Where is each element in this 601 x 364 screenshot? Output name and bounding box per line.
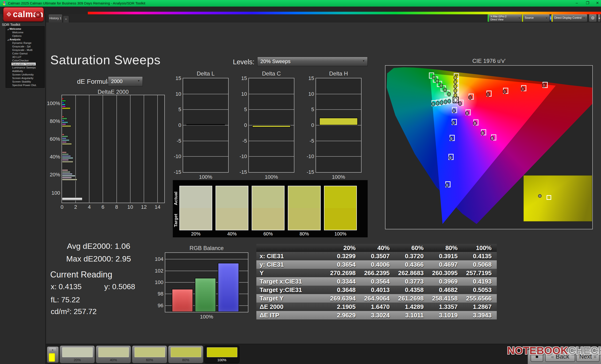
row-label: y: CIE31: [256, 260, 327, 269]
display-control-dropdown[interactable]: Direct Display Control ▼: [551, 14, 587, 22]
de-bar: [62, 173, 72, 175]
sidebar-title: SDR Toolkit: [2, 22, 20, 27]
gear-icon[interactable]: ⚙: [589, 14, 597, 22]
max-de2000: Max dE2000: 2.95: [59, 254, 139, 263]
collapse-panel-icon[interactable]: ◀: [598, 14, 601, 22]
window-title: Calman 2025 Calman Ultimate for Business…: [8, 0, 145, 7]
cie-y-tick: 0.35: [385, 129, 385, 135]
table-cell: 260.3095: [429, 269, 463, 277]
tree-item-welcome[interactable]: Welcome: [7, 31, 44, 34]
de-bar: [62, 105, 66, 107]
row-label: ΔE 2000: [256, 303, 327, 311]
cie-y-tick: 0.5: [385, 88, 385, 94]
table-cell: 2.1905: [327, 303, 361, 311]
delta-l-chart: 151050-5-10-15100%: [183, 78, 229, 172]
de-bar: [62, 118, 67, 120]
close-button[interactable]: ✕: [593, 0, 601, 7]
source-dropdown[interactable]: Source ▼: [522, 14, 550, 22]
row-label: Target y:CIE31: [256, 286, 327, 294]
tree-item-screen-uniformity[interactable]: Screen Uniformity: [7, 73, 44, 77]
row-label: Target Y: [256, 294, 327, 303]
logo-dropdown-caret[interactable]: ▼: [35, 12, 41, 18]
de-bar: [62, 104, 66, 105]
y-tick-label: 15: [300, 75, 316, 81]
delta-h-chart-title: Delta H: [316, 70, 361, 77]
table-cell: 0.3969: [429, 277, 463, 286]
y-tick-label: -15: [167, 169, 183, 175]
expand-up-button[interactable]: ▲: [49, 348, 56, 352]
tree-group-analysis[interactable]: ◢Analysis: [7, 38, 44, 41]
tree-item-luminance-sweeps[interactable]: Luminance Sweeps: [7, 66, 44, 69]
workflow-tree: ◢WelcomeWelcomeOptions◢AnalysisDynamic R…: [6, 26, 45, 88]
tree-item-grayscale-2pt[interactable]: Grayscale - 2pt: [7, 45, 44, 48]
tree-group-welcome[interactable]: ◢Welcome: [7, 27, 44, 31]
tree-item-screen-stability[interactable]: Screen Stability: [7, 80, 44, 84]
y-tick-label: 10: [300, 91, 316, 97]
calman-window: Calman 2025 Calman Ultimate for Business…: [0, 0, 601, 364]
tree-collapse-icon: ◢: [7, 28, 9, 30]
add-tab-button[interactable]: +: [63, 16, 69, 22]
de-bar: [62, 152, 67, 153]
x-tick-label: 6: [101, 204, 104, 210]
table-row: ΔE 20002.19051.64701.42891.33571.2867: [256, 303, 497, 311]
meter-dropdown[interactable]: X-Rite i1Pro 2 Direct View ▼: [487, 14, 523, 22]
table-row: x: CIE310.32990.35070.37200.39150.4135: [256, 252, 497, 260]
gridline: [183, 94, 228, 94]
tree-item-saturation-sweeps[interactable]: Saturation Sweeps: [7, 62, 44, 66]
gridline: [116, 95, 117, 203]
patch-thumb-40%[interactable]: 40%: [96, 345, 131, 363]
y-tick-label: 5: [232, 106, 249, 113]
minimize-button[interactable]: –: [573, 0, 581, 7]
table-cell: 1.6470: [361, 303, 395, 311]
cie-y-tick: 0.55: [385, 74, 385, 80]
tree-item-spectral-power-dist-[interactable]: Spectral Power Dist.: [7, 84, 44, 87]
tree-item-color-gamut[interactable]: Color Gamut: [7, 52, 44, 55]
patch-thumb-label: 60%: [132, 358, 167, 362]
swatch-target: [216, 208, 248, 230]
patch-thumb-100%[interactable]: 100%: [204, 345, 240, 363]
swatch-target: [288, 208, 320, 230]
cie-y-tick: 0.15: [385, 184, 385, 191]
delta-h-chart: 151050-5-10-15100%: [316, 78, 361, 172]
levels-dropdown[interactable]: 20% Sweeps ▼: [257, 57, 368, 66]
column-header: 40%: [361, 244, 395, 252]
calman-logo-button[interactable]: calman ▼: [3, 7, 44, 22]
tree-item-3d-lut[interactable]: 3D LUT: [7, 55, 44, 59]
de-bar: [62, 179, 77, 181]
patch-thumb-80%[interactable]: 80%: [168, 345, 203, 363]
tree-item-screen-angularity[interactable]: Screen Angularity: [7, 77, 44, 80]
cie-measured-magenta: [465, 111, 469, 115]
avg-de2000: Avg dE2000: 1.06: [59, 242, 139, 251]
y-tick-label: 0: [300, 122, 316, 128]
watermark-notebook: NOTEBOOK: [507, 345, 568, 356]
table-cell: 258.4158: [429, 294, 463, 303]
tree-item-dynamic-range[interactable]: Dynamic Range: [7, 41, 44, 45]
cie-measured-yellow: [454, 76, 457, 80]
patch-thumb-20%[interactable]: 20%: [60, 345, 95, 363]
patch-thumb-label: 100%: [204, 358, 239, 362]
rgb-balance-chart: 1041021009896100%: [165, 252, 248, 312]
y-tick-label: 98: [149, 291, 165, 297]
patch-thumb-swatch: [171, 347, 201, 357]
cie-measured-green: [432, 75, 435, 79]
gridline: [249, 109, 294, 110]
cie-measured-green: [440, 84, 443, 88]
maximize-button[interactable]: ❐: [584, 0, 592, 7]
y-tick-label: 5: [300, 106, 316, 113]
tree-item-colorchecker[interactable]: ColorChecker: [7, 59, 44, 62]
results-table: 20%40%60%80%100%x: CIE310.32990.35070.37…: [256, 244, 497, 319]
cie-measured-red: [521, 87, 524, 91]
tree-item-grayscale-multi[interactable]: Grayscale - Multi: [7, 48, 44, 52]
rgb-balance-chart-title: RGB Balance: [165, 245, 248, 251]
cie-y-tick: 0.45: [385, 102, 385, 108]
table-cell: 255.6566: [463, 294, 497, 303]
tree-item-additivity[interactable]: Additivity: [7, 69, 44, 73]
patch-thumb-60%[interactable]: 60%: [132, 345, 167, 363]
gridline: [130, 95, 130, 203]
gridline: [249, 156, 294, 157]
delta-bar: [319, 118, 358, 125]
tab-history[interactable]: History 1: [48, 14, 62, 22]
de-formula-dropdown[interactable]: 2000 ▼: [108, 77, 143, 86]
x-tick-label: 10: [127, 204, 133, 210]
tree-item-options[interactable]: Options: [7, 34, 44, 38]
